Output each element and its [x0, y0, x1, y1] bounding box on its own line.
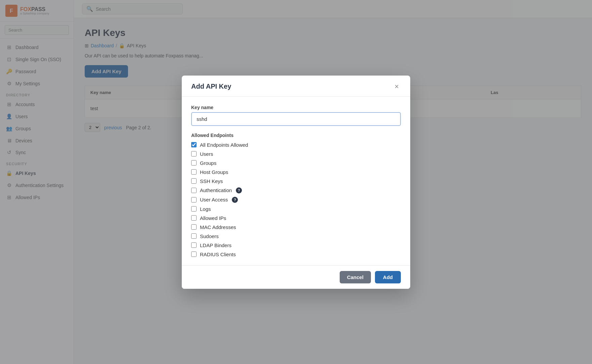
checkbox-item-radius-clients[interactable]: RADIUS Clients — [191, 252, 401, 257]
checkbox-label-allowed-ips: Allowed IPs — [200, 215, 226, 221]
checkbox-logs[interactable] — [191, 206, 197, 212]
authentication-help-icon[interactable]: ? — [236, 187, 242, 193]
checkbox-item-ssh-keys[interactable]: SSH Keys — [191, 178, 401, 184]
checkbox-users[interactable] — [191, 151, 197, 156]
checkbox-label-authentication: Authentication — [200, 187, 232, 193]
modal-footer: Cancel Add — [182, 265, 410, 289]
key-name-input[interactable] — [191, 112, 401, 126]
checkbox-host-groups[interactable] — [191, 169, 197, 175]
checkbox-label-all-endpoints: All Endpoints Allowed — [200, 142, 248, 148]
checkbox-item-groups[interactable]: Groups — [191, 160, 401, 166]
checkbox-user-access[interactable] — [191, 197, 197, 202]
checkbox-item-ldap-binders[interactable]: LDAP Binders — [191, 242, 401, 248]
checkbox-item-all-endpoints[interactable]: All Endpoints Allowed — [191, 142, 401, 148]
modal-title: Add API Key — [191, 83, 231, 90]
modal-overlay: Add API Key × Key name Allowed Endpoints… — [0, 0, 592, 364]
checkbox-item-users[interactable]: Users — [191, 151, 401, 157]
checkbox-ssh-keys[interactable] — [191, 178, 197, 184]
modal-close-button[interactable]: × — [392, 82, 401, 91]
checkbox-item-mac-addresses[interactable]: MAC Addresses — [191, 224, 401, 230]
checkbox-label-radius-clients: RADIUS Clients — [200, 252, 236, 257]
checkbox-item-authentication[interactable]: Authentication ? — [191, 187, 401, 193]
key-name-label: Key name — [191, 105, 401, 110]
modal-body: Key name Allowed Endpoints All Endpoints… — [182, 97, 410, 265]
checkbox-all-endpoints[interactable] — [191, 142, 197, 147]
user-access-help-icon[interactable]: ? — [232, 197, 238, 203]
checkbox-label-sudoers: Sudoers — [200, 233, 219, 239]
allowed-endpoints-label: Allowed Endpoints — [191, 133, 401, 138]
checkbox-label-logs: Logs — [200, 206, 211, 212]
checkbox-allowed-ips[interactable] — [191, 215, 197, 221]
checkbox-item-logs[interactable]: Logs — [191, 206, 401, 212]
checkbox-label-users: Users — [200, 151, 213, 157]
checkbox-label-groups: Groups — [200, 160, 216, 166]
checkbox-ldap-binders[interactable] — [191, 242, 197, 248]
checkbox-label-mac-addresses: MAC Addresses — [200, 224, 236, 230]
modal-header: Add API Key × — [182, 76, 410, 97]
add-api-key-modal: Add API Key × Key name Allowed Endpoints… — [182, 76, 410, 289]
checkbox-radius-clients[interactable] — [191, 252, 197, 257]
checkbox-sudoers[interactable] — [191, 233, 197, 239]
checkbox-list: All Endpoints Allowed Users Groups Host … — [191, 142, 401, 257]
checkbox-item-allowed-ips[interactable]: Allowed IPs — [191, 215, 401, 221]
checkbox-item-host-groups[interactable]: Host Groups — [191, 169, 401, 175]
checkbox-item-sudoers[interactable]: Sudoers — [191, 233, 401, 239]
checkbox-authentication[interactable] — [191, 188, 197, 193]
checkbox-item-user-access[interactable]: User Access ? — [191, 197, 401, 203]
checkbox-label-ssh-keys: SSH Keys — [200, 178, 223, 184]
cancel-button[interactable]: Cancel — [340, 271, 371, 283]
checkbox-label-ldap-binders: LDAP Binders — [200, 242, 231, 248]
checkbox-mac-addresses[interactable] — [191, 224, 197, 230]
checkbox-groups[interactable] — [191, 160, 197, 166]
checkbox-label-user-access: User Access — [200, 197, 228, 202]
checkbox-label-host-groups: Host Groups — [200, 169, 228, 175]
add-button[interactable]: Add — [375, 271, 401, 283]
